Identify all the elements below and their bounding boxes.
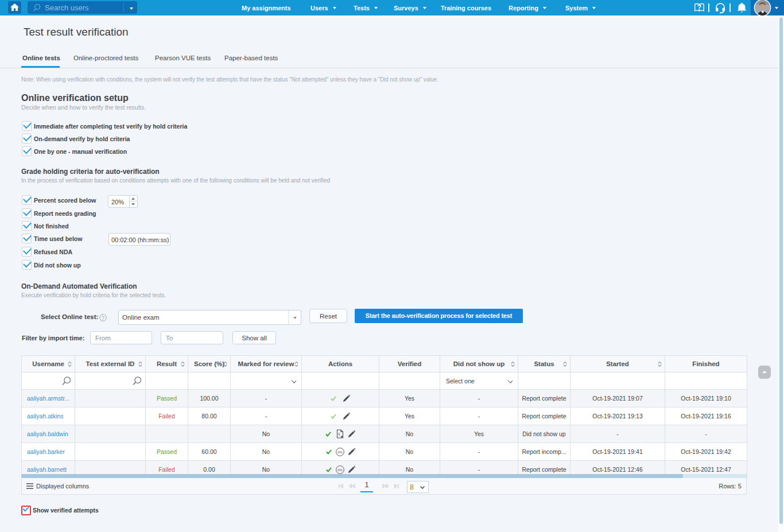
svg-text:0%: 0%	[337, 451, 343, 454]
svg-text:?: ?	[102, 315, 104, 321]
svg-text:0%: 0%	[337, 468, 343, 472]
